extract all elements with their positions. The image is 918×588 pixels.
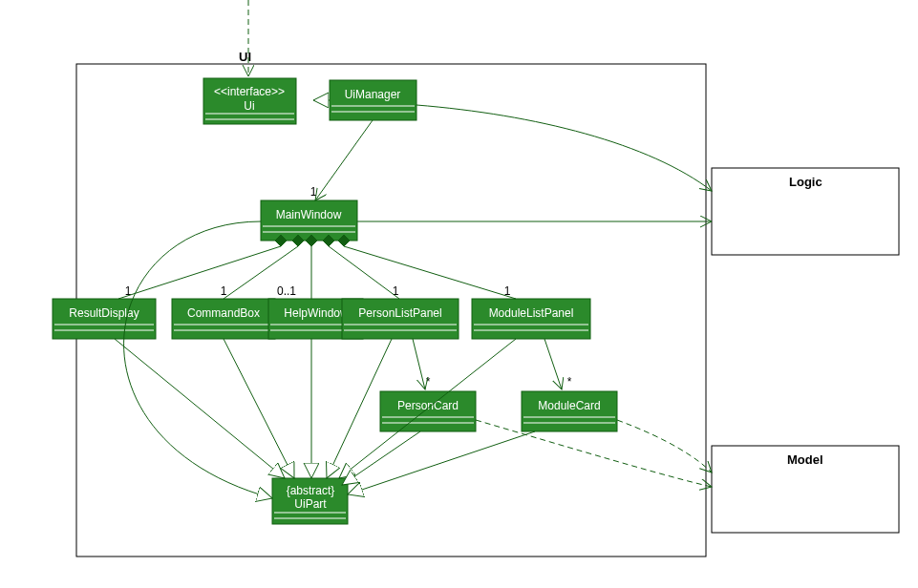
modulelistpanel-extends-uipart <box>339 339 516 478</box>
svg-text:ModuleCard: ModuleCard <box>538 399 600 412</box>
class-personlistpanel: PersonListPanel <box>342 299 459 339</box>
class-commandbox: CommandBox <box>172 299 275 339</box>
svg-text:UiManager: UiManager <box>345 88 401 101</box>
svg-text:ResultDisplay: ResultDisplay <box>69 306 139 320</box>
svg-text:MainWindow: MainWindow <box>276 208 342 221</box>
uimanager-to-logic <box>416 105 712 191</box>
svg-text:ModuleListPanel: ModuleListPanel <box>489 306 574 320</box>
mult-commandbox: 1 <box>221 284 227 298</box>
mw-comp-modulelistpanel <box>344 246 516 299</box>
mult-helpwindow: 0..1 <box>277 284 296 298</box>
modulecard-extends-uipart <box>348 431 535 494</box>
modulelistpanel-to-modulecard <box>544 339 562 389</box>
svg-text:{abstract}: {abstract} <box>287 484 335 497</box>
mult-mainwindow: 1 <box>310 185 317 199</box>
svg-text:CommandBox: CommandBox <box>187 306 260 320</box>
svg-text:UiPart: UiPart <box>294 497 327 511</box>
svg-text:<<interface>>: <<interface>> <box>214 85 285 98</box>
personlistpanel-to-personcard <box>413 339 425 389</box>
model-package-label: Model <box>787 452 823 467</box>
class-modulecard: ModuleCard <box>522 391 617 431</box>
mw-comp-personlistpanel <box>329 246 399 299</box>
class-uipart: {abstract} UiPart <box>272 478 348 524</box>
class-personcard: PersonCard <box>380 391 476 431</box>
modulecard-to-model-dependency <box>617 420 712 472</box>
mw-comp-resultdisplay <box>118 246 281 299</box>
svg-text:PersonListPanel: PersonListPanel <box>358 306 441 320</box>
svg-text:Ui: Ui <box>244 99 254 113</box>
mult-modulecard: * <box>567 375 572 388</box>
ui-package-label: UI <box>239 50 251 64</box>
mainwindow-extends-uipart <box>124 221 272 498</box>
class-uimanager: UiManager <box>330 80 416 120</box>
personcard-extends-uipart <box>342 431 420 485</box>
logic-package-label: Logic <box>789 175 822 189</box>
svg-text:PersonCard: PersonCard <box>397 399 459 412</box>
uimanager-to-mainwindow <box>315 120 373 200</box>
class-modulelistpanel: ModuleListPanel <box>472 299 590 339</box>
svg-text:HelpWindow: HelpWindow <box>284 306 349 320</box>
class-resultdisplay: ResultDisplay <box>53 299 156 339</box>
class-mainwindow: MainWindow <box>261 200 357 241</box>
mult-personcard: * <box>426 375 431 388</box>
class-ui: <<interface>> Ui <box>203 78 296 124</box>
